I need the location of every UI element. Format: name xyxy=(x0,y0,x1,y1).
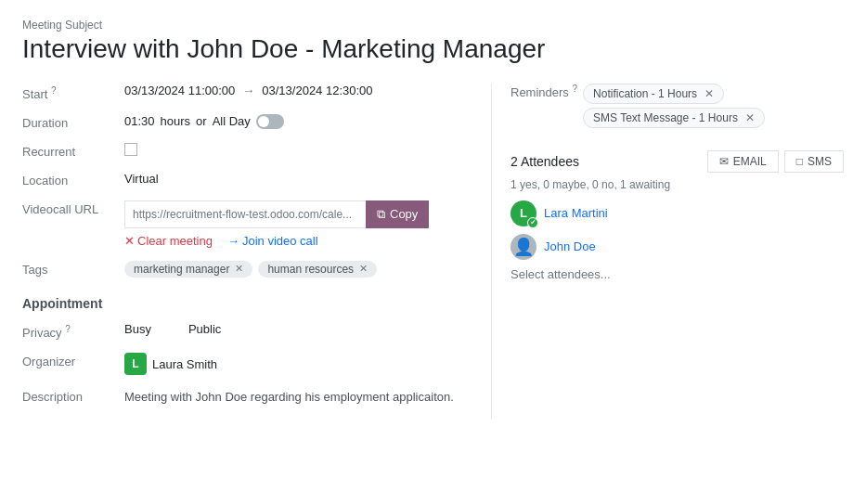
attendee-2-icon: 👤 xyxy=(513,237,534,257)
tags-value: marketing manager ✕ human resources ✕ xyxy=(124,261,463,278)
tag-marketing: marketing manager ✕ xyxy=(124,261,252,278)
recurrent-value xyxy=(124,143,463,159)
attendee-2-name[interactable]: John Doe xyxy=(544,239,596,253)
meeting-subject-label: Meeting Subject xyxy=(22,19,844,32)
tag-marketing-close[interactable]: ✕ xyxy=(235,263,243,275)
tag-hr-label: human resources xyxy=(267,263,354,276)
recurrent-row: Recurrent xyxy=(22,143,463,159)
start-date2[interactable]: 03/13/2024 12:30:00 xyxy=(262,84,372,97)
tag-hr-close[interactable]: ✕ xyxy=(359,263,368,275)
location-label: Location xyxy=(22,172,124,187)
privacy-label: Privacy ? xyxy=(22,322,124,340)
attendees-buttons: ✉ EMAIL □ SMS xyxy=(707,150,844,173)
videocall-row: Videocall URL ⧉ Copy ✕ Clear meeting → xyxy=(22,200,463,248)
join-video-link[interactable]: → Join video call xyxy=(227,234,318,248)
location-row: Location Virtual xyxy=(22,172,463,187)
appointment-section: Appointment xyxy=(22,296,463,311)
clear-x-icon: ✕ xyxy=(124,234,135,248)
description-label: Description xyxy=(22,388,124,404)
duration-value: 01:30 hours or All Day xyxy=(124,114,463,129)
attendee-1-check: ✓ xyxy=(527,217,538,228)
reminder-chip-2: SMS Text Message - 1 Hours ✕ xyxy=(583,108,765,128)
reminders-container: Notification - 1 Hours ✕ SMS Text Messag… xyxy=(583,84,765,128)
organizer-label: Organizer xyxy=(22,353,124,368)
start-date1[interactable]: 03/13/2024 11:00:00 xyxy=(124,84,235,97)
attendees-count: 2 Attendees xyxy=(511,154,579,169)
privacy-row: Privacy ? Busy Public xyxy=(22,322,463,340)
privacy-visibility[interactable]: Public xyxy=(188,322,221,336)
location-value[interactable]: Virtual xyxy=(124,172,463,186)
duration-allday: All Day xyxy=(213,114,251,128)
attendee-row-2: 👤 John Doe xyxy=(511,234,844,260)
videocall-input[interactable] xyxy=(124,200,366,228)
organizer-avatar: L xyxy=(124,353,147,375)
duration-number[interactable]: 01:30 xyxy=(124,114,155,128)
organizer-value: L Laura Smith xyxy=(124,353,463,375)
privacy-status[interactable]: Busy xyxy=(124,322,151,336)
copy-icon: ⧉ xyxy=(377,207,385,222)
copy-label: Copy xyxy=(390,207,418,221)
organizer-name[interactable]: Laura Smith xyxy=(152,357,217,371)
email-label: EMAIL xyxy=(733,155,767,168)
tags-label: Tags xyxy=(22,261,124,277)
attendee-row-1: L ✓ Lara Martini xyxy=(511,200,844,226)
recurrent-checkbox[interactable] xyxy=(124,143,137,156)
privacy-value: Busy Public xyxy=(124,322,463,336)
sms-icon: □ xyxy=(796,155,803,168)
right-panel: Reminders ? Notification - 1 Hours ✕ SMS… xyxy=(491,84,844,420)
duration-hours: hours xyxy=(161,114,191,128)
copy-button[interactable]: ⧉ Copy xyxy=(366,200,429,228)
reminder-2-label: SMS Text Message - 1 Hours xyxy=(593,111,738,124)
tag-marketing-label: marketing manager xyxy=(134,263,229,276)
start-value: 03/13/2024 11:00:00 → 03/13/2024 12:30:0… xyxy=(124,84,463,97)
duration-row: Duration 01:30 hours or All Day xyxy=(22,114,463,130)
description-value: Meeting with John Doe regarding his empl… xyxy=(124,388,463,407)
sms-label: SMS xyxy=(808,155,832,168)
start-label: Start ? xyxy=(22,84,124,101)
email-icon: ✉ xyxy=(719,155,729,168)
reminder-1-label: Notification - 1 Hours xyxy=(593,87,697,100)
recurrent-label: Recurrent xyxy=(22,143,124,159)
duration-or: or xyxy=(196,114,207,128)
meeting-title: Interview with John Doe - Marketing Mana… xyxy=(22,33,844,65)
email-button[interactable]: ✉ EMAIL xyxy=(707,150,779,173)
reminder-1-close[interactable]: ✕ xyxy=(704,87,714,100)
attendee-1-name[interactable]: Lara Martini xyxy=(544,206,608,220)
videocall-field: ⧉ Copy ✕ Clear meeting → Join video call xyxy=(124,200,463,248)
tag-hr: human resources ✕ xyxy=(258,261,377,278)
tags-row: Tags marketing manager ✕ human resources… xyxy=(22,261,463,278)
duration-label: Duration xyxy=(22,114,124,130)
reminders-label: Reminders ? xyxy=(511,84,577,99)
description-row: Description Meeting with John Doe regard… xyxy=(22,388,463,407)
start-row: Start ? 03/13/2024 11:00:00 → 03/13/2024… xyxy=(22,84,463,101)
join-arrow-icon: → xyxy=(227,234,239,248)
reminder-2-close[interactable]: ✕ xyxy=(745,111,755,124)
tags-container: marketing manager ✕ human resources ✕ xyxy=(124,261,463,278)
attendees-header: 2 Attendees ✉ EMAIL □ SMS xyxy=(511,150,844,173)
start-arrow: → xyxy=(242,84,254,97)
left-panel: Start ? 03/13/2024 11:00:00 → 03/13/2024… xyxy=(22,84,491,420)
description-text[interactable]: Meeting with John Doe regarding his empl… xyxy=(124,388,463,407)
reminder-chip-1: Notification - 1 Hours ✕ xyxy=(583,84,724,104)
select-attendees[interactable]: Select attendees... xyxy=(511,267,844,281)
clear-meeting-link[interactable]: ✕ Clear meeting xyxy=(124,234,213,248)
sms-button[interactable]: □ SMS xyxy=(784,150,844,173)
videocall-label: Videocall URL xyxy=(22,200,124,216)
attendees-status: 1 yes, 0 maybe, 0 no, 1 awaiting xyxy=(511,178,844,191)
allday-toggle[interactable] xyxy=(256,114,284,129)
organizer-row: Organizer L Laura Smith xyxy=(22,353,463,375)
attendee-2-avatar: 👤 xyxy=(511,234,536,260)
attendee-1-avatar: L ✓ xyxy=(511,200,536,226)
